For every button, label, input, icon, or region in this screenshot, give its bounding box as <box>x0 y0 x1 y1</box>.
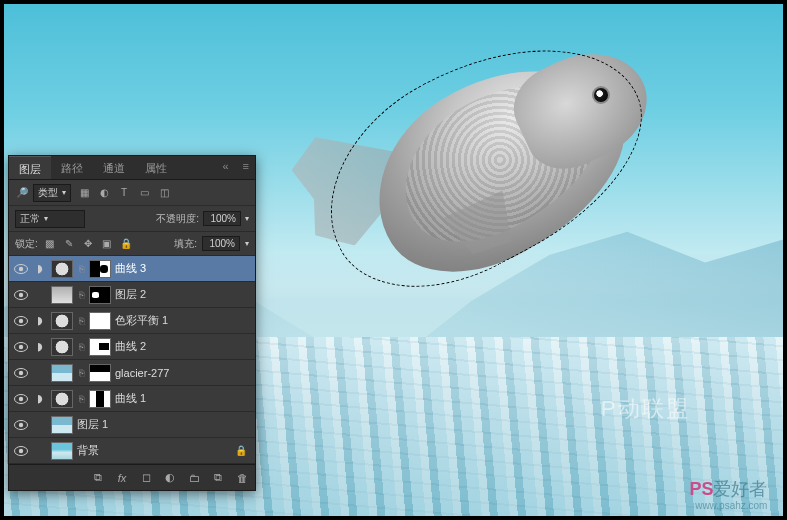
new-layer-icon[interactable]: ⧉ <box>211 471 225 485</box>
filter-smart-icon[interactable]: ◫ <box>157 186 171 200</box>
filter-row: 🔎 类型▾ ▦ ◐ T ▭ ◫ <box>9 180 255 206</box>
lock-transparent-icon[interactable]: ▩ <box>43 237 57 251</box>
layer-thumbnail[interactable] <box>51 286 73 304</box>
panel-collapse-icon[interactable]: « <box>214 156 236 179</box>
layer-thumbnail[interactable] <box>51 364 73 382</box>
layer-mask-thumbnail[interactable] <box>89 286 111 304</box>
layer-row[interactable]: ◗⎘曲线 2 <box>9 334 255 360</box>
opacity-value[interactable]: 100% <box>203 211 241 226</box>
lock-all-icon[interactable]: 🔒 <box>119 237 133 251</box>
layer-thumbnail[interactable] <box>51 416 73 434</box>
tab-layers[interactable]: 图层 <box>9 156 51 179</box>
layer-mask-thumbnail[interactable] <box>89 364 111 382</box>
mask-link-icon[interactable]: ⎘ <box>77 342 85 352</box>
layer-thumbnail[interactable] <box>51 442 73 460</box>
clip-indicator-icon: ◗ <box>33 392 47 405</box>
lock-icon: 🔒 <box>235 445 247 456</box>
lock-row: 锁定: ▩ ✎ ✥ ▣ 🔒 填充: 100% ▾ <box>9 232 255 256</box>
layer-thumbnail[interactable] <box>51 312 73 330</box>
fish-composite <box>292 45 666 275</box>
layers-panel[interactable]: 图层 路径 通道 属性 « ≡ 🔎 类型▾ ▦ ◐ T ▭ ◫ 正常▾ 不透明度… <box>8 155 256 491</box>
layer-name[interactable]: 曲线 1 <box>115 391 251 406</box>
visibility-eye-icon[interactable] <box>13 443 29 459</box>
svg-point-15 <box>19 448 23 452</box>
opacity-chevron-icon[interactable]: ▾ <box>245 214 249 223</box>
layer-thumbnail[interactable] <box>51 260 73 278</box>
panel-tabs: 图层 路径 通道 属性 « ≡ <box>9 156 255 180</box>
filter-type-icon[interactable]: T <box>117 186 131 200</box>
layers-list: ◗⎘曲线 3⎘图层 2◗⎘色彩平衡 1◗⎘曲线 2⎘glacier-277◗⎘曲… <box>9 256 255 464</box>
visibility-eye-icon[interactable] <box>13 339 29 355</box>
mask-link-icon[interactable]: ⎘ <box>77 368 85 378</box>
layer-row[interactable]: ◗⎘曲线 1 <box>9 386 255 412</box>
opacity-label: 不透明度: <box>156 212 199 226</box>
link-layers-icon[interactable]: ⧉ <box>91 471 105 485</box>
fill-chevron-icon[interactable]: ▾ <box>245 239 249 248</box>
watermark-url: www.psahz.com <box>695 500 767 511</box>
watermark-brand: PS爱好者 <box>689 477 767 501</box>
layer-row[interactable]: 背景🔒 <box>9 438 255 464</box>
blend-mode-select[interactable]: 正常▾ <box>15 210 85 228</box>
layer-thumbnail[interactable] <box>51 390 73 408</box>
clip-indicator-icon: ◗ <box>33 314 47 327</box>
mask-link-icon[interactable]: ⎘ <box>77 394 85 404</box>
svg-point-3 <box>19 292 23 296</box>
filter-shape-icon[interactable]: ▭ <box>137 186 151 200</box>
lock-brush-icon[interactable]: ✎ <box>62 237 76 251</box>
filter-type-select[interactable]: 类型▾ <box>33 184 71 202</box>
visibility-eye-icon[interactable] <box>13 417 29 433</box>
tab-paths[interactable]: 路径 <box>51 156 93 179</box>
add-mask-icon[interactable]: ◻ <box>139 471 153 485</box>
layer-row[interactable]: ⎘图层 2 <box>9 282 255 308</box>
layer-row[interactable]: ⎘glacier-277 <box>9 360 255 386</box>
layer-name[interactable]: 图层 2 <box>115 287 251 302</box>
lock-artboard-icon[interactable]: ▣ <box>100 237 114 251</box>
svg-point-13 <box>19 422 23 426</box>
mask-link-icon[interactable]: ⎘ <box>77 316 85 326</box>
panel-footer: ⧉ fx ◻ ◐ 🗀 ⧉ 🗑 <box>9 464 255 490</box>
svg-point-5 <box>19 318 23 322</box>
layer-row[interactable]: ◗⎘曲线 3 <box>9 256 255 282</box>
filter-pixel-icon[interactable]: ▦ <box>77 186 91 200</box>
new-adjustment-icon[interactable]: ◐ <box>163 471 177 485</box>
fill-label: 填充: <box>174 237 197 251</box>
layer-row[interactable]: ◗⎘色彩平衡 1 <box>9 308 255 334</box>
layer-mask-thumbnail[interactable] <box>89 312 111 330</box>
visibility-eye-icon[interactable] <box>13 313 29 329</box>
watermark-center: P动联盟 <box>601 394 690 424</box>
clip-indicator-icon: ◗ <box>33 340 47 353</box>
layer-name[interactable]: 曲线 3 <box>115 261 251 276</box>
fill-value[interactable]: 100% <box>202 236 240 251</box>
mask-link-icon[interactable]: ⎘ <box>77 290 85 300</box>
layer-row[interactable]: 图层 1 <box>9 412 255 438</box>
svg-point-1 <box>19 266 23 270</box>
tab-properties[interactable]: 属性 <box>135 156 177 179</box>
visibility-eye-icon[interactable] <box>13 287 29 303</box>
visibility-eye-icon[interactable] <box>13 391 29 407</box>
layer-name[interactable]: 图层 1 <box>77 417 251 432</box>
visibility-eye-icon[interactable] <box>13 365 29 381</box>
delete-layer-icon[interactable]: 🗑 <box>235 471 249 485</box>
layer-mask-thumbnail[interactable] <box>89 260 111 278</box>
svg-point-11 <box>19 396 23 400</box>
layer-mask-thumbnail[interactable] <box>89 390 111 408</box>
lock-label: 锁定: <box>15 237 38 251</box>
svg-point-7 <box>19 344 23 348</box>
search-kind-icon[interactable]: 🔎 <box>15 186 29 200</box>
new-group-icon[interactable]: 🗀 <box>187 471 201 485</box>
lock-position-icon[interactable]: ✥ <box>81 237 95 251</box>
blend-row: 正常▾ 不透明度: 100% ▾ <box>9 206 255 232</box>
svg-point-9 <box>19 370 23 374</box>
layer-fx-icon[interactable]: fx <box>115 471 129 485</box>
layer-thumbnail[interactable] <box>51 338 73 356</box>
visibility-eye-icon[interactable] <box>13 261 29 277</box>
layer-mask-thumbnail[interactable] <box>89 338 111 356</box>
panel-menu-icon[interactable]: ≡ <box>237 156 255 179</box>
tab-channels[interactable]: 通道 <box>93 156 135 179</box>
layer-name[interactable]: 色彩平衡 1 <box>115 313 251 328</box>
layer-name[interactable]: glacier-277 <box>115 367 251 379</box>
layer-name[interactable]: 曲线 2 <box>115 339 251 354</box>
filter-adjust-icon[interactable]: ◐ <box>97 186 111 200</box>
layer-name[interactable]: 背景 <box>77 443 231 458</box>
mask-link-icon[interactable]: ⎘ <box>77 264 85 274</box>
